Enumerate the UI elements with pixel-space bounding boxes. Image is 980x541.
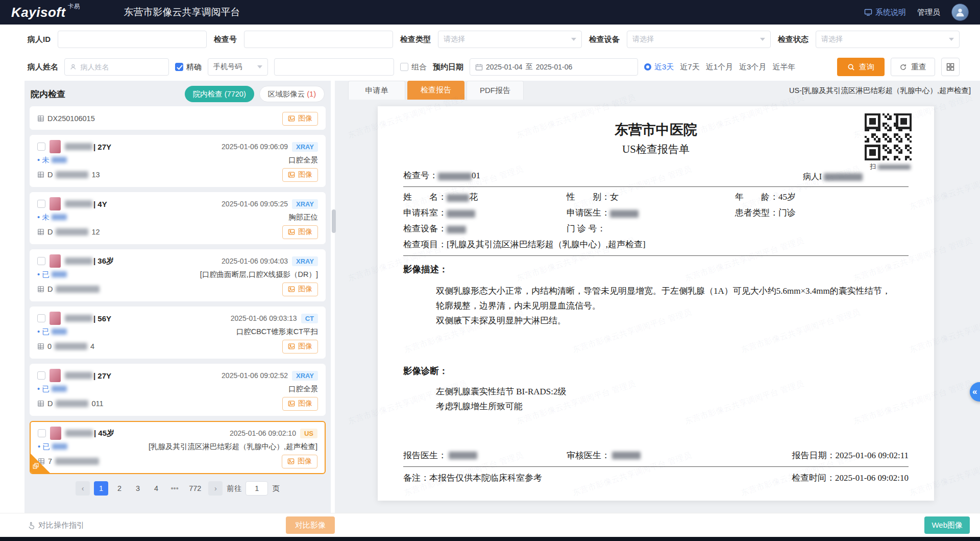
pager-item: •••	[167, 481, 182, 496]
view-image-button[interactable]: 图像	[282, 112, 318, 126]
patient-name-label: 病人姓名	[28, 62, 58, 72]
page-title: 东营市影像云共享调阅平台	[124, 6, 240, 19]
tab-request-form[interactable]: 申请单	[348, 81, 405, 100]
hospital-name: 东营市中医院	[403, 121, 909, 139]
exam-checkbox[interactable]	[37, 143, 45, 151]
chevron-down-icon	[571, 38, 576, 41]
panel-resize-handle[interactable]	[332, 209, 336, 233]
exam-checkbox[interactable]	[37, 257, 45, 265]
quick-range-6m[interactable]: 近半年	[772, 62, 795, 72]
reset-button[interactable]: 重查	[891, 58, 935, 76]
patient-name: | 27Y	[65, 143, 111, 151]
phone-field[interactable]	[280, 62, 388, 72]
exam-description: [乳腺及其引流区淋巴结彩超（乳腺中心）,超声检查]	[149, 442, 317, 452]
patient-thumbnail	[50, 312, 61, 325]
exam-checkbox[interactable]	[38, 429, 46, 437]
exam-status-select[interactable]: 请选择	[816, 31, 960, 48]
exam-type-select[interactable]: 请选择	[438, 31, 582, 48]
exam-checkbox[interactable]	[37, 371, 45, 380]
pager-item[interactable]: 4	[149, 481, 163, 496]
phone-select[interactable]: 手机号码	[208, 58, 268, 76]
exam-no-field[interactable]	[250, 35, 387, 44]
patient-name-input[interactable]	[64, 58, 169, 76]
compare-icon	[33, 462, 39, 471]
avatar[interactable]	[951, 4, 969, 21]
exam-card[interactable]: | 45岁 2025-01-06 09:02:10 US •已 [乳腺及其引流区…	[30, 421, 326, 474]
combo-checkbox[interactable]	[400, 63, 408, 71]
patient-name-field[interactable]	[80, 62, 163, 72]
tab-regional-cloud[interactable]: 区域影像云 (1)	[259, 86, 325, 102]
quick-range-3m[interactable]: 近3个月	[739, 62, 766, 72]
modality-badge: XRAY	[292, 142, 318, 152]
patient-id-field[interactable]	[63, 35, 201, 44]
current-exam-info: US-[乳腺及其引流区淋巴结彩超（乳腺中心）,超声检查]	[789, 86, 971, 96]
system-help-link[interactable]: 系统说明	[864, 8, 906, 17]
divider	[403, 255, 909, 256]
exam-list-panel: 院内检查 院内检查 (7720) 区域影像云 (1) DX250106015 图…	[24, 81, 331, 513]
app-root: Kayisoft 卡易 东营市影像云共享调阅平台 系统说明 管理员 病人ID 检…	[0, 0, 980, 541]
web-image-button[interactable]: Web图像	[924, 516, 970, 534]
exam-card[interactable]: DX250106015 图像	[30, 106, 326, 130]
exam-card[interactable]: | 4Y 2025-01-06 09:05:25 XRAY •未 胸部正位 D1…	[30, 192, 326, 244]
quick-range-3d[interactable]: 近3天	[644, 62, 674, 72]
exam-device-select[interactable]: 请选择	[627, 31, 771, 48]
patient-thumbnail	[50, 140, 61, 153]
compare-guide-link[interactable]: 对比操作指引	[28, 521, 84, 530]
patient-id-input[interactable]	[58, 31, 207, 48]
exam-no-input[interactable]	[244, 31, 393, 48]
exam-checkbox[interactable]	[37, 200, 45, 208]
description-title: 影像描述：	[403, 263, 909, 275]
tab-exam-report[interactable]: 检查报告	[407, 81, 464, 100]
exact-checkbox[interactable]	[175, 63, 183, 71]
date-range-input[interactable]: 2025-01-04 至 2025-01-06	[470, 58, 638, 76]
pager-item[interactable]: 3	[131, 481, 145, 496]
diagnosis-line2: 考虑乳腺增生所致可能	[436, 399, 895, 414]
goto-page-input[interactable]	[246, 481, 268, 496]
exam-card[interactable]: | 27Y 2025-01-06 09:06:09 XRAY •未 口腔全景 D…	[30, 135, 326, 187]
tab-hospital-exams[interactable]: 院内检查 (7720)	[185, 86, 254, 102]
exam-description: 口腔全景	[288, 384, 318, 394]
exam-card[interactable]: | 36岁 2025-01-06 09:04:03 XRAY •已 [口腔曲面断…	[30, 249, 326, 301]
combo-label: 组合	[411, 62, 427, 72]
modality-badge: CT	[301, 314, 318, 323]
exam-card[interactable]: | 56Y 2025-01-06 09:03:13 CT •已 口腔CBCT锥形…	[30, 307, 326, 359]
tab-pdf-report[interactable]: PDF报告	[467, 81, 524, 100]
divider	[403, 186, 909, 187]
pager-item[interactable]: ‹	[76, 481, 90, 496]
combo-checkbox-wrap[interactable]: 组合	[400, 62, 427, 72]
pagination: ‹1234•••772› 前往 页	[24, 481, 331, 496]
layout-toggle-button[interactable]	[941, 58, 960, 76]
radio-selected-icon	[644, 63, 651, 70]
search-button[interactable]: 查询	[837, 58, 885, 76]
exam-id: D011	[37, 399, 104, 408]
compare-images-button[interactable]: 对比影像	[286, 516, 335, 534]
pager-item[interactable]: ›	[208, 481, 223, 496]
quick-range-7d[interactable]: 近7天	[680, 62, 699, 72]
exam-card[interactable]: | 27Y 2025-01-06 09:02:52 XRAY •已 口腔全景 D…	[30, 364, 326, 416]
report-status: •未	[37, 155, 67, 165]
exact-checkbox-wrap[interactable]: 精确	[175, 62, 202, 72]
top-navbar: Kayisoft 卡易 东营市影像云共享调阅平台 系统说明 管理员	[0, 0, 980, 25]
view-image-button[interactable]: 图像	[282, 340, 318, 354]
table-icon	[37, 286, 44, 293]
patient-name: | 56Y	[65, 314, 111, 323]
refresh-icon	[899, 63, 907, 71]
quick-range-1m[interactable]: 近1个月	[706, 62, 733, 72]
view-image-button[interactable]: 图像	[282, 283, 318, 296]
exam-id: DX250106015	[37, 114, 98, 123]
report-status: •已	[38, 442, 67, 452]
phone-input[interactable]	[274, 58, 394, 76]
pager-item[interactable]: 2	[112, 481, 127, 496]
view-image-button[interactable]: 图像	[282, 397, 318, 411]
pager-item[interactable]: 1	[94, 481, 108, 496]
pager-item[interactable]: 772	[186, 481, 204, 496]
view-image-button[interactable]: 图像	[282, 168, 318, 182]
calendar-icon	[475, 63, 483, 71]
exam-description: [口腔曲面断层,口腔X线摄影（DR）]	[200, 270, 318, 279]
view-image-button[interactable]: 图像	[282, 225, 318, 239]
view-image-button[interactable]: 图像	[282, 455, 317, 468]
exam-checkbox[interactable]	[37, 314, 45, 322]
report-title: US检查报告单	[403, 142, 909, 156]
exam-device-label: 检查设备	[589, 35, 620, 44]
report-note: 本报告仅供本院临床科室参考	[429, 473, 542, 483]
